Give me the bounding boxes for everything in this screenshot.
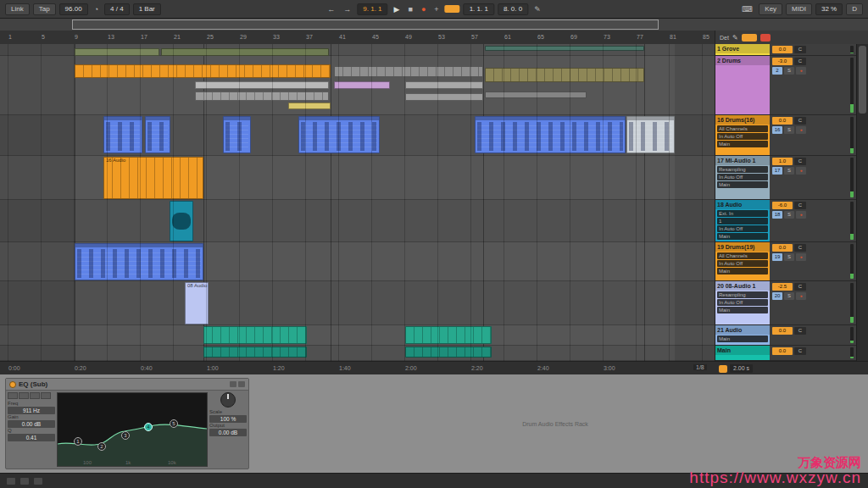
- routing-chooser[interactable]: All Channels: [717, 252, 768, 259]
- routing-chooser[interactable]: Main: [717, 307, 768, 313]
- pan-field[interactable]: C: [794, 347, 806, 355]
- clip[interactable]: [485, 46, 644, 51]
- clip[interactable]: [288, 103, 331, 109]
- routing-chooser[interactable]: Resampling: [717, 166, 768, 173]
- clip[interactable]: [405, 93, 483, 101]
- stop-button[interactable]: ■: [405, 4, 415, 14]
- track-lane-8[interactable]: [0, 325, 715, 346]
- clip[interactable]: 16 Audio: [103, 157, 203, 199]
- pan-field[interactable]: C: [794, 244, 806, 252]
- track-color-block[interactable]: 16 Drums(16)All ChannelsIn Auto OffMain: [715, 115, 770, 155]
- track-color-block[interactable]: 2 Drums: [715, 56, 770, 114]
- routing-chooser[interactable]: In Auto Off: [717, 225, 768, 232]
- arrangement-overview[interactable]: [0, 19, 868, 31]
- clip[interactable]: [298, 116, 380, 153]
- clip[interactable]: [334, 81, 390, 89]
- track-header-6[interactable]: 19 Drums(19)All ChannelsIn Auto OffMain0…: [715, 242, 857, 281]
- track-name[interactable]: 18 Audio: [715, 200, 770, 209]
- arm-button[interactable]: ●: [796, 67, 806, 75]
- capture-midi-button[interactable]: [445, 5, 460, 13]
- clip[interactable]: [405, 81, 483, 89]
- routing-chooser[interactable]: Main: [717, 181, 768, 188]
- volume-field[interactable]: 0.0: [772, 244, 793, 252]
- solo-button[interactable]: S: [784, 292, 794, 300]
- track-color-block[interactable]: 18 AudioExt. In1In Auto OffMain: [715, 200, 770, 241]
- scrollbar-thumb[interactable]: [859, 46, 866, 114]
- routing-chooser[interactable]: Main: [717, 336, 768, 342]
- track-header-8[interactable]: 21 AudioMain0.0C: [715, 325, 857, 346]
- automation-pencil-icon[interactable]: ✎: [732, 34, 738, 42]
- track-name[interactable]: Main: [715, 346, 770, 355]
- clip[interactable]: [170, 201, 193, 241]
- grid-value-label[interactable]: 1/8: [693, 364, 707, 370]
- clip[interactable]: [334, 66, 483, 77]
- pan-field[interactable]: C: [794, 58, 806, 65]
- track-name[interactable]: 17 MI-Audio 1: [715, 156, 770, 165]
- track-activator[interactable]: 17: [772, 167, 782, 175]
- clip[interactable]: [405, 347, 492, 358]
- clip[interactable]: [203, 326, 307, 344]
- follow-back-icon[interactable]: ←: [325, 4, 337, 14]
- eq-node-1[interactable]: 1: [74, 437, 82, 446]
- track-lane-9[interactable]: [0, 346, 715, 361]
- track-name[interactable]: 19 Drums(19): [715, 242, 770, 252]
- filter-type-button[interactable]: [41, 392, 51, 399]
- routing-chooser[interactable]: Resampling: [717, 291, 768, 298]
- vertical-scrollbar[interactable]: [856, 44, 868, 361]
- track-name[interactable]: 21 Audio: [715, 325, 770, 335]
- clip[interactable]: [75, 64, 331, 78]
- volume-field[interactable]: -3.0: [772, 58, 793, 65]
- track-header-4[interactable]: 17 MI-Audio 1ResamplingIn Auto OffMain1.…: [715, 156, 857, 200]
- clip[interactable]: [75, 243, 203, 280]
- clip[interactable]: [145, 116, 170, 153]
- eq-spectrum-display[interactable]: 123451001k10k: [57, 392, 208, 467]
- device-on-icon[interactable]: [9, 381, 16, 388]
- arm-button[interactable]: ●: [796, 167, 806, 175]
- track-name[interactable]: 1 Grove: [715, 44, 770, 53]
- track-color-block[interactable]: Main: [715, 346, 770, 360]
- metronome-icon[interactable]: ◔: [92, 4, 101, 14]
- time-signature-field[interactable]: 4 / 4: [104, 3, 130, 15]
- eq-param-value[interactable]: 0.41: [8, 434, 55, 441]
- volume-field[interactable]: 0.0: [772, 117, 793, 125]
- track-color-block[interactable]: 17 MI-Audio 1ResamplingIn Auto OffMain: [715, 156, 770, 199]
- track-activator[interactable]: 16: [772, 126, 782, 134]
- eq-node-4[interactable]: 4: [144, 423, 153, 431]
- eq-output-value[interactable]: 100 %: [209, 415, 247, 423]
- play-button[interactable]: ▶: [392, 4, 403, 14]
- show-detail-icon[interactable]: [34, 478, 42, 485]
- midi-map-button[interactable]: MIDI: [786, 3, 812, 15]
- track-lane-5[interactable]: [0, 200, 715, 242]
- arrangement-area[interactable]: 16 Audio08 Audio: [0, 44, 715, 361]
- beat-time-ruler[interactable]: 1591317212529333741454953576165697377818…: [0, 30, 715, 44]
- track-header-3[interactable]: 16 Drums(16)All ChannelsIn Auto OffMain0…: [715, 115, 857, 156]
- track-header-1[interactable]: 1 Grove0.0C: [715, 44, 857, 56]
- follow-forward-icon[interactable]: →: [341, 4, 353, 14]
- track-header-5[interactable]: 18 AudioExt. In1In Auto OffMain-6.0C18S●: [715, 200, 857, 242]
- track-name[interactable]: 16 Drums(16): [715, 115, 770, 125]
- volume-field[interactable]: 0.0: [772, 327, 793, 335]
- clip[interactable]: [475, 116, 626, 153]
- track-color-block[interactable]: 19 Drums(19)All ChannelsIn Auto OffMain: [715, 242, 770, 280]
- routing-chooser[interactable]: All Channels: [717, 125, 768, 132]
- volume-field[interactable]: 0.0: [772, 347, 793, 355]
- draw-mode-button[interactable]: ✎: [531, 4, 543, 14]
- clip[interactable]: 08 Audio: [185, 282, 209, 324]
- overdub-button[interactable]: +: [431, 4, 441, 14]
- track-name[interactable]: 20 08-Audio 1: [715, 281, 770, 291]
- track-color-block[interactable]: 1 Grove: [715, 44, 770, 55]
- routing-chooser[interactable]: Ext. In: [717, 210, 768, 217]
- routing-chooser[interactable]: Main: [717, 233, 768, 240]
- eq-node-2[interactable]: 2: [97, 442, 106, 451]
- overview-viewport[interactable]: [72, 19, 659, 30]
- gain-knob[interactable]: [220, 392, 236, 408]
- pan-field[interactable]: C: [794, 202, 806, 209]
- time-ruler[interactable]: 0:000:200:401:001:201:402:002:202:403:00…: [0, 361, 868, 375]
- track-color-block[interactable]: 21 AudioMain: [715, 325, 770, 345]
- routing-chooser[interactable]: 1: [717, 218, 768, 225]
- track-name[interactable]: 2 Drums: [715, 56, 770, 65]
- clip[interactable]: [626, 116, 675, 153]
- key-map-button[interactable]: Key: [759, 3, 782, 15]
- track-color-block[interactable]: 20 08-Audio 1ResamplingIn Auto OffMain: [715, 281, 770, 324]
- arm-button[interactable]: ●: [796, 253, 806, 261]
